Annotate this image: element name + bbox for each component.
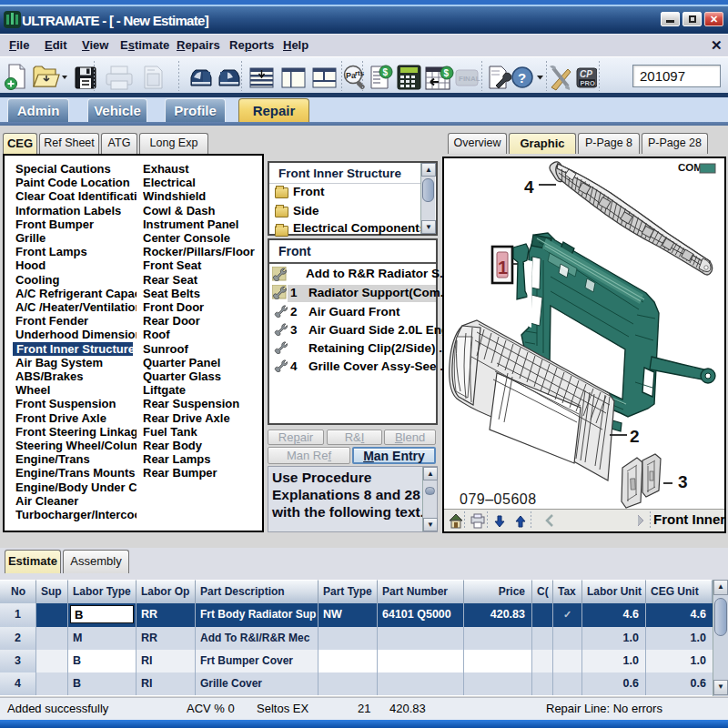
- svg-text:1: 1: [498, 258, 508, 278]
- svg-text:4: 4: [524, 177, 534, 197]
- svg-text:$: $: [444, 68, 450, 78]
- svg-text:3: 3: [678, 472, 688, 491]
- svg-text:FINAL: FINAL: [459, 75, 480, 83]
- svg-text:rts: rts: [355, 69, 365, 77]
- svg-text:079–05608: 079–05608: [460, 491, 537, 507]
- svg-text:CP: CP: [580, 69, 592, 79]
- svg-text:PRO: PRO: [581, 79, 595, 87]
- svg-text:$: $: [383, 67, 389, 77]
- svg-text:2: 2: [630, 427, 640, 446]
- svg-text:COM: COM: [678, 162, 703, 173]
- svg-text:?: ?: [518, 70, 526, 86]
